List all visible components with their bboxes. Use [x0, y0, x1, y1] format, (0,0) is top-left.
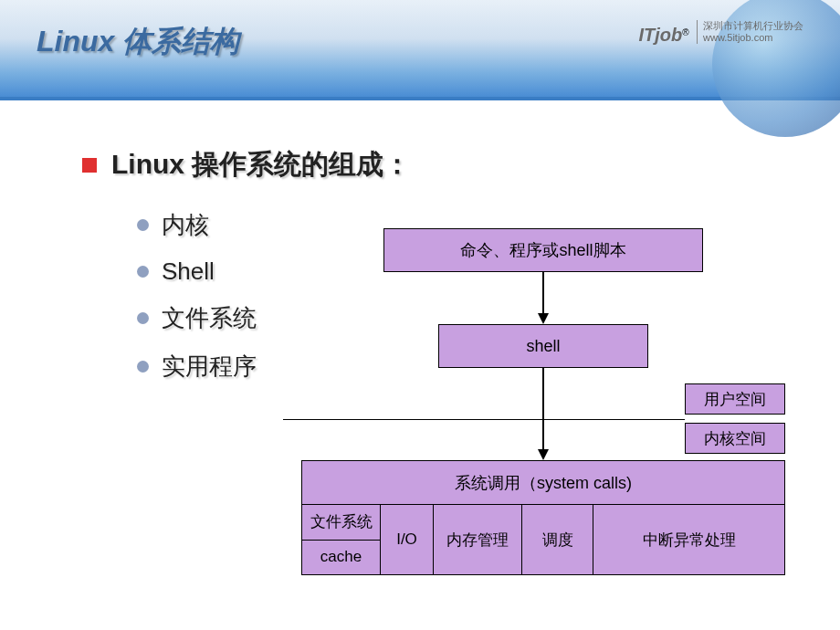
list-text-kernel: 内核	[162, 209, 209, 241]
diagram-modules-row: 文件系统 cache I/O 内存管理 调度 中断异常处理	[302, 505, 784, 574]
diagram-shell-box: shell	[438, 324, 648, 368]
list-text-filesystem: 文件系统	[162, 302, 257, 334]
circle-bullet-icon	[137, 219, 149, 231]
architecture-diagram: 命令、程序或shell脚本 shell 用户空间 内核空间 系统调用（syste…	[301, 228, 813, 612]
heading-text: Linux 操作系统的组成：	[111, 146, 411, 184]
diagram-user-space-label: 用户空间	[685, 383, 785, 415]
divider-line	[283, 419, 685, 420]
arrow-line-icon	[542, 272, 544, 314]
slide-header: Linux 体系结构 ITjob® 深圳市计算机行业协会 www.5itjob.…	[0, 0, 840, 100]
logo-url: www.5itjob.com	[703, 32, 772, 43]
diagram-scheduler-cell: 调度	[522, 505, 593, 574]
circle-bullet-icon	[137, 361, 149, 373]
logo-registered: ®	[682, 27, 688, 37]
logo-subtitle: 深圳市计算机行业协会 www.5itjob.com	[697, 20, 803, 44]
circle-bullet-icon	[137, 266, 149, 278]
circle-bullet-icon	[137, 312, 149, 324]
logo-org-name: 深圳市计算机行业协会	[703, 20, 803, 31]
arrow-line-icon	[542, 368, 544, 450]
arrow-head-icon	[538, 313, 549, 324]
diagram-commands-box: 命令、程序或shell脚本	[383, 228, 703, 272]
slide-title: Linux 体系结构	[37, 22, 239, 62]
diagram-fs-cell: 文件系统	[302, 505, 380, 541]
list-text-utilities: 实用程序	[162, 351, 257, 383]
square-bullet-icon	[82, 158, 97, 173]
heading-row: Linux 操作系统的组成：	[82, 146, 785, 184]
diagram-interrupt-cell: 中断异常处理	[593, 505, 784, 574]
diagram-memory-cell: 内存管理	[434, 505, 522, 574]
logo-text: ITjob	[638, 25, 682, 45]
arrow-head-icon	[538, 449, 549, 460]
diagram-kernel-space-label: 内核空间	[685, 423, 785, 454]
diagram-syscalls-row: 系统调用（system calls)	[302, 461, 784, 505]
diagram-kernel-block: 系统调用（system calls) 文件系统 cache I/O 内存管理 调…	[301, 460, 785, 575]
diagram-cache-cell: cache	[302, 541, 380, 575]
list-text-shell: Shell	[162, 257, 215, 286]
diagram-io-cell: I/O	[381, 505, 434, 574]
logo-area: ITjob® 深圳市计算机行业协会 www.5itjob.com	[638, 20, 803, 46]
diagram-fs-column: 文件系统 cache	[302, 505, 381, 574]
